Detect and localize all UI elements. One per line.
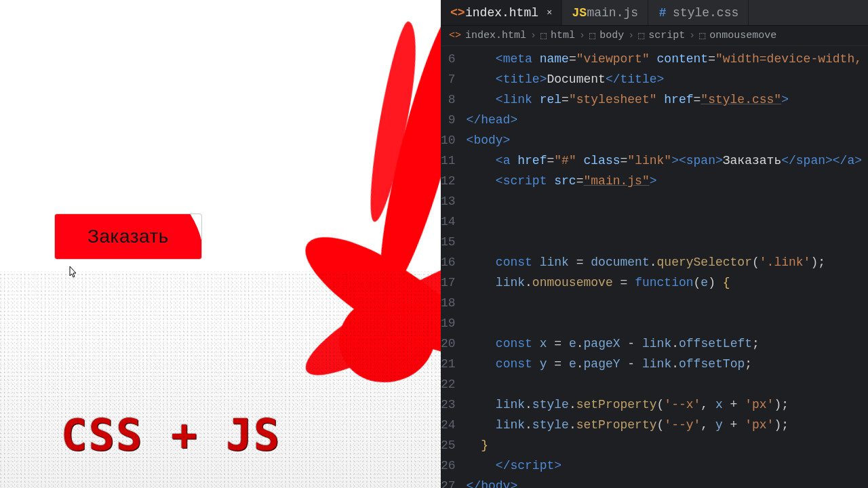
code-line[interactable]	[467, 374, 868, 394]
crumb-part[interactable]: html	[551, 30, 575, 41]
crumb-part[interactable]: onmousemove	[709, 30, 776, 41]
code-area[interactable]: 6789101112131415161718192021222324252627…	[441, 46, 868, 488]
symbol-icon: ⬚	[638, 29, 644, 42]
code-line[interactable]: const link = document.querySelector('.li…	[467, 252, 868, 272]
chevron-icon: ›	[579, 30, 585, 41]
code-line[interactable]: <script src="main.js">	[467, 171, 868, 191]
code-line[interactable]: <a href="#" class="link"><span>Заказать<…	[467, 150, 868, 171]
breadcrumb[interactable]: <> index.html › ⬚ html › ⬚ body › ⬚ scri…	[441, 26, 868, 46]
tab-label: index.html	[465, 6, 538, 20]
tab-index-html[interactable]: <>index.html×	[441, 0, 562, 25]
line-number: 26	[441, 455, 456, 476]
tab-label: style.css	[673, 6, 738, 20]
line-number: 25	[441, 435, 456, 455]
symbol-icon: ⬚	[699, 29, 705, 42]
code-line[interactable]: link.onmousemove = function(e) {	[467, 272, 868, 293]
line-number: 24	[441, 415, 456, 435]
line-gutter: 6789101112131415161718192021222324252627…	[441, 49, 467, 488]
line-number: 14	[441, 211, 456, 232]
line-number: 17	[441, 272, 456, 293]
line-number: 20	[441, 333, 456, 354]
code-line[interactable]: const x = e.pageX - link.offsetLeft;	[467, 333, 868, 354]
code-line[interactable]: <meta name="viewport" content="width=dev…	[467, 49, 868, 69]
code-line[interactable]: }	[467, 435, 868, 455]
code-line[interactable]	[467, 191, 868, 211]
chevron-icon: ›	[628, 30, 634, 41]
line-number: 16	[441, 252, 456, 272]
order-button-label: Заказать	[87, 226, 169, 247]
symbol-icon: ⬚	[589, 29, 595, 42]
line-number: 11	[441, 150, 456, 171]
code-line[interactable]: <title>Document</title>	[467, 69, 868, 89]
code-line[interactable]: </script>	[467, 455, 868, 476]
code-line[interactable]	[467, 232, 868, 252]
close-icon[interactable]: ×	[547, 7, 552, 18]
code-line[interactable]: <link rel="stylesheet" href="style.css">	[467, 89, 868, 110]
cursor-icon	[68, 266, 79, 283]
file-icon: JS	[572, 6, 581, 20]
line-number: 13	[441, 191, 456, 211]
code-line[interactable]: const y = e.pageY - link.offsetTop;	[467, 354, 868, 374]
code-line[interactable]	[467, 293, 868, 313]
line-number: 7	[441, 69, 456, 89]
code-line[interactable]: link.style.setProperty('--y', y + 'px');	[467, 415, 868, 435]
code-line[interactable]	[467, 211, 868, 232]
file-icon: #	[658, 6, 667, 20]
file-icon: <>	[450, 6, 460, 20]
tab-label: main.js	[587, 6, 638, 20]
code-line[interactable]: </head>	[467, 110, 868, 130]
line-number: 8	[441, 89, 456, 110]
code-line[interactable]: link.style.setProperty('--x', x + 'px');	[467, 394, 868, 415]
line-number: 12	[441, 171, 456, 191]
line-number: 23	[441, 394, 456, 415]
code-line[interactable]: <body>	[467, 130, 868, 150]
crumb-part[interactable]: body	[599, 30, 624, 41]
tab-bar: <>index.html×JSmain.js#style.css	[441, 0, 868, 26]
code-editor: <>index.html×JSmain.js#style.css <> inde…	[441, 0, 868, 488]
line-number: 19	[441, 313, 456, 333]
chevron-icon: ›	[689, 30, 695, 41]
line-number: 27	[441, 476, 456, 488]
line-number: 18	[441, 293, 456, 313]
tab-main-js[interactable]: JSmain.js	[562, 0, 648, 25]
code-line[interactable]	[467, 313, 868, 333]
chevron-icon: ›	[530, 30, 536, 41]
line-number: 22	[441, 374, 456, 394]
headline: CSS + JS	[61, 410, 281, 460]
order-button[interactable]: Заказать	[54, 214, 202, 260]
code-lines[interactable]: <meta name="viewport" content="width=dev…	[467, 49, 868, 488]
symbol-icon: ⬚	[540, 29, 547, 42]
preview-pane: Заказать CSS + JS	[0, 0, 441, 488]
code-line[interactable]: </body>	[467, 476, 868, 488]
line-number: 21	[441, 354, 456, 374]
line-number: 15	[441, 232, 456, 252]
line-number: 9	[441, 110, 456, 130]
crumb-part[interactable]: script	[648, 30, 685, 41]
line-number: 6	[441, 49, 456, 69]
crumb-file[interactable]: index.html	[465, 30, 526, 41]
tab-style-css[interactable]: #style.css	[648, 0, 749, 25]
file-icon: <>	[449, 30, 461, 41]
line-number: 10	[441, 130, 456, 150]
